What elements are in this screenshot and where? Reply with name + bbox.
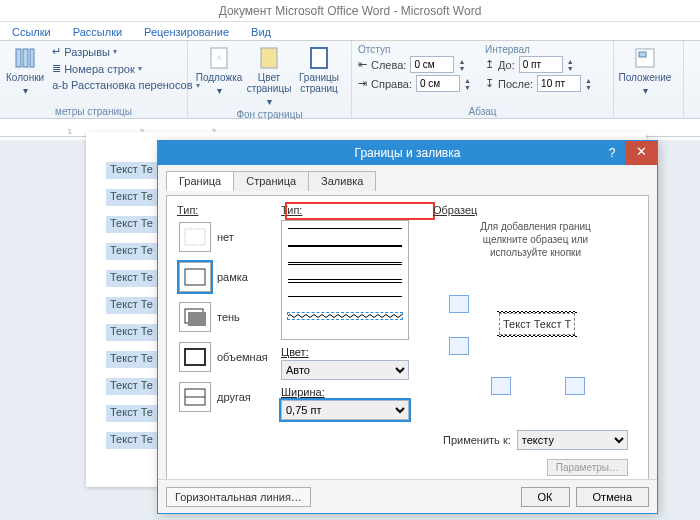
border-type-3d[interactable]: объемная: [177, 340, 273, 374]
columns-button[interactable]: Колонки▾: [6, 44, 44, 96]
border-type-custom[interactable]: другая: [177, 380, 273, 414]
hyphen-icon: a-b: [52, 79, 68, 91]
border-type-none[interactable]: нет: [177, 220, 273, 254]
border-style-list[interactable]: [281, 220, 409, 340]
svg-rect-8: [639, 52, 646, 57]
type-label: Тип:: [177, 204, 273, 216]
breaks-icon: ↵: [52, 45, 61, 58]
svg-rect-5: [261, 48, 277, 68]
options-button[interactable]: Параметры…: [547, 459, 628, 476]
indent-right-icon: ⇥: [358, 77, 367, 90]
border-color-select[interactable]: Авто: [281, 360, 409, 380]
spacing-before-input[interactable]: [519, 56, 563, 73]
page-color-button[interactable]: Цвет страницы▾: [244, 44, 294, 107]
svg-rect-2: [30, 49, 34, 67]
preview-text: Текст Текст Т: [499, 313, 575, 335]
apply-to-label: Применить к:: [443, 434, 511, 446]
help-button[interactable]: ?: [599, 141, 625, 165]
hyphenation-button[interactable]: a-bРасстановка переносов▾: [50, 78, 201, 92]
dialog-tabs: Граница Страница Заливка: [166, 171, 649, 191]
svg-text:A: A: [217, 54, 222, 61]
indent-right-input[interactable]: [416, 75, 460, 92]
border-type-shadow[interactable]: тень: [177, 300, 273, 334]
tab-review[interactable]: Рецензирование: [140, 24, 233, 40]
line-numbers-button[interactable]: ≣Номера строк▾: [50, 61, 201, 76]
width-label: Ширина:: [281, 386, 325, 398]
ok-button[interactable]: ОК: [521, 487, 570, 507]
svg-rect-12: [188, 312, 206, 326]
svg-rect-9: [185, 229, 205, 245]
spacing-before-icon: ↥: [485, 58, 494, 71]
ribbon: Колонки▾ ↵Разрывы▾ ≣Номера строк▾ a-bРас…: [0, 41, 700, 119]
horizontal-line-button[interactable]: Горизонтальная линия…: [166, 487, 311, 507]
svg-rect-1: [23, 49, 28, 67]
breaks-button[interactable]: ↵Разрывы▾: [50, 44, 201, 59]
tab-page[interactable]: Страница: [233, 171, 309, 191]
sample-hint: Для добавления границ щелкните образец и…: [467, 220, 605, 259]
app-title: Документ Microsoft Office Word - Microso…: [0, 0, 700, 22]
border-type-box[interactable]: рамка: [177, 260, 273, 294]
spacing-after-input[interactable]: [537, 75, 581, 92]
indent-label: Отступ: [358, 44, 471, 55]
position-button[interactable]: Положение▾: [620, 44, 670, 96]
spacing-label: Интервал: [485, 44, 592, 55]
preview-left-button[interactable]: [491, 377, 511, 395]
indent-left-spinner[interactable]: ▲▼: [458, 58, 465, 72]
preview-right-button[interactable]: [565, 377, 585, 395]
apply-to-select[interactable]: тексту: [517, 430, 628, 450]
tab-view[interactable]: Вид: [247, 24, 275, 40]
spacing-after-icon: ↧: [485, 77, 494, 90]
ribbon-tabs: Ссылки Рассылки Рецензирование Вид: [0, 22, 700, 41]
spacing-before-spinner[interactable]: ▲▼: [567, 58, 574, 72]
dialog-titlebar[interactable]: Границы и заливка ? ✕: [158, 141, 657, 165]
preview-top-button[interactable]: [449, 295, 469, 313]
linenum-icon: ≣: [52, 62, 61, 75]
style-label: Тип:: [281, 204, 425, 216]
tab-border[interactable]: Граница: [166, 171, 234, 191]
close-button[interactable]: ✕: [625, 141, 657, 165]
svg-rect-6: [311, 48, 327, 68]
tab-mailings[interactable]: Рассылки: [69, 24, 126, 40]
indent-right-spinner[interactable]: ▲▼: [464, 77, 471, 91]
borders-shading-dialog: Границы и заливка ? ✕ Граница Страница З…: [157, 140, 658, 514]
page-background-group-label: Фон страницы: [194, 109, 345, 120]
preview-bottom-button[interactable]: [449, 337, 469, 355]
cancel-button[interactable]: Отмена: [576, 487, 649, 507]
indent-left-input[interactable]: [410, 56, 454, 73]
svg-rect-0: [16, 49, 21, 67]
dialog-title: Границы и заливка: [355, 146, 461, 160]
watermark-button[interactable]: A Подложка▾: [194, 44, 244, 107]
preview-area[interactable]: Текст Текст Т: [433, 269, 638, 389]
color-label: Цвет:: [281, 346, 309, 358]
border-width-select[interactable]: 0,75 пт: [281, 400, 409, 420]
page-setup-group-label: метры страницы: [6, 106, 181, 117]
paragraph-group-label: Абзац: [358, 106, 607, 117]
sample-label: Образец: [433, 204, 638, 216]
page-borders-button[interactable]: Границы страниц: [294, 44, 344, 107]
svg-rect-10: [185, 269, 205, 285]
svg-rect-13: [185, 349, 205, 365]
tab-links[interactable]: Ссылки: [8, 24, 55, 40]
tab-fill[interactable]: Заливка: [308, 171, 376, 191]
indent-left-icon: ⇤: [358, 58, 367, 71]
spacing-after-spinner[interactable]: ▲▼: [585, 77, 592, 91]
